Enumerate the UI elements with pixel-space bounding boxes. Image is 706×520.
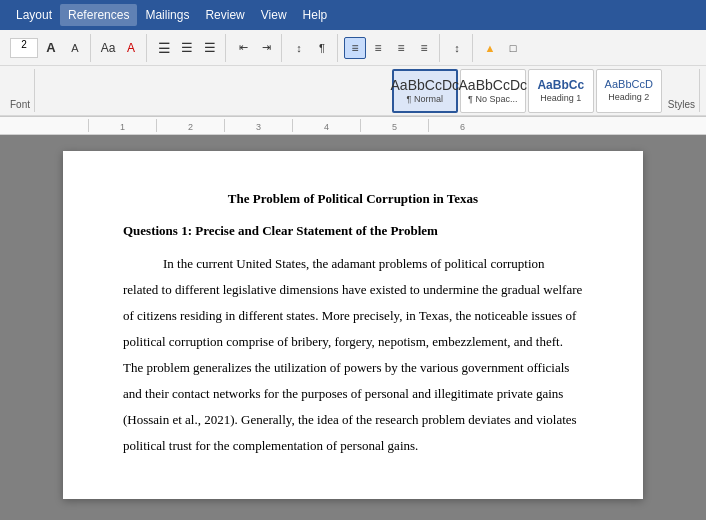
style-normal-preview: AaBbCcDc bbox=[391, 78, 459, 92]
menu-review[interactable]: Review bbox=[197, 4, 252, 26]
indent-increase-btn[interactable]: ⇥ bbox=[255, 37, 277, 59]
style-normal[interactable]: AaBbCcDc ¶ Normal bbox=[392, 69, 458, 113]
document-page: The Problem of Political Corruption in T… bbox=[63, 151, 643, 499]
toolbar-row1: 2 A A Aa A ☰ ☰ ☰ ⇤ ⇥ ↕ ¶ ≡ ≡ ≡ ≡ ↕ bbox=[0, 30, 706, 66]
list-number-btn[interactable]: ☰ bbox=[176, 37, 198, 59]
document-area[interactable]: The Problem of Political Corruption in T… bbox=[0, 135, 706, 520]
left-toolbar: Font bbox=[6, 69, 392, 112]
ruler-mark-6: 6 bbox=[428, 119, 496, 132]
sort-group: ↕ ¶ bbox=[284, 34, 338, 62]
menu-references[interactable]: References bbox=[60, 4, 137, 26]
ruler-mark-2: 2 bbox=[156, 119, 224, 132]
style-heading1[interactable]: AaBbCc Heading 1 bbox=[528, 69, 594, 113]
font-size-down-btn[interactable]: A bbox=[64, 37, 86, 59]
font-size-input[interactable]: 2 bbox=[10, 38, 38, 58]
style-h2-preview: AaBbCcD bbox=[605, 79, 653, 90]
aa-group: Aa A bbox=[93, 34, 147, 62]
borders-btn[interactable]: □ bbox=[502, 37, 524, 59]
align-right-btn[interactable]: ≡ bbox=[390, 37, 412, 59]
list-bullet-btn[interactable]: ☰ bbox=[153, 37, 175, 59]
align-group: ≡ ≡ ≡ ≡ bbox=[340, 34, 440, 62]
ruler-mark-4: 4 bbox=[292, 119, 360, 132]
ruler-marks: 1 2 3 4 5 6 bbox=[88, 119, 496, 132]
styles-row: Font AaBbCcDc ¶ Normal AaBbCcDc ¶ No Spa… bbox=[0, 66, 706, 116]
style-no-space[interactable]: AaBbCcDc ¶ No Spac... bbox=[460, 69, 526, 113]
document-title: The Problem of Political Corruption in T… bbox=[123, 191, 583, 207]
aa-btn[interactable]: Aa bbox=[97, 37, 119, 59]
font-size-up-btn[interactable]: A bbox=[40, 37, 62, 59]
pilcrow-btn[interactable]: ¶ bbox=[311, 37, 333, 59]
document-heading: Questions 1: Precise and Clear Statement… bbox=[123, 223, 583, 239]
ruler-mark-1: 1 bbox=[88, 119, 156, 132]
style-h2-label: Heading 2 bbox=[608, 92, 649, 102]
justify-btn[interactable]: ≡ bbox=[413, 37, 435, 59]
font-section-label: Font bbox=[6, 69, 35, 112]
ruler-mark-5: 5 bbox=[360, 119, 428, 132]
align-center-btn[interactable]: ≡ bbox=[367, 37, 389, 59]
list-group: ☰ ☰ ☰ bbox=[149, 34, 226, 62]
ruler-mark-3: 3 bbox=[224, 119, 292, 132]
menu-help[interactable]: Help bbox=[295, 4, 336, 26]
style-nospace-label: ¶ No Spac... bbox=[468, 94, 517, 104]
style-h1-label: Heading 1 bbox=[540, 93, 581, 103]
line-spacing-btn[interactable]: ↕ bbox=[446, 37, 468, 59]
menu-view[interactable]: View bbox=[253, 4, 295, 26]
indent-decrease-btn[interactable]: ⇤ bbox=[232, 37, 254, 59]
clear-format-btn[interactable]: A bbox=[120, 37, 142, 59]
style-heading2[interactable]: AaBbCcD Heading 2 bbox=[596, 69, 662, 113]
ruler: 1 2 3 4 5 6 bbox=[0, 117, 706, 135]
menu-mailings[interactable]: Mailings bbox=[137, 4, 197, 26]
style-h1-preview: AaBbCc bbox=[537, 79, 584, 91]
indent-group: ⇤ ⇥ bbox=[228, 34, 282, 62]
font-group: 2 A A bbox=[6, 34, 91, 62]
style-nospace-preview: AaBbCcDc bbox=[459, 78, 527, 92]
align-left-btn[interactable]: ≡ bbox=[344, 37, 366, 59]
list-multi-btn[interactable]: ☰ bbox=[199, 37, 221, 59]
spacing-group: ↕ bbox=[442, 34, 473, 62]
menu-bar: Layout References Mailings Review View H… bbox=[0, 0, 706, 30]
shading-btn[interactable]: ▲ bbox=[479, 37, 501, 59]
document-body: In the current United States, the adaman… bbox=[123, 251, 583, 459]
sort-btn[interactable]: ↕ bbox=[288, 37, 310, 59]
styles-section-label: Styles bbox=[664, 69, 700, 112]
shading-group: ▲ □ bbox=[475, 34, 528, 62]
menu-layout[interactable]: Layout bbox=[8, 4, 60, 26]
toolbar: 2 A A Aa A ☰ ☰ ☰ ⇤ ⇥ ↕ ¶ ≡ ≡ ≡ ≡ ↕ bbox=[0, 30, 706, 117]
styles-panel: AaBbCcDc ¶ Normal AaBbCcDc ¶ No Spac... … bbox=[392, 69, 700, 112]
style-normal-label: ¶ Normal bbox=[407, 94, 443, 104]
